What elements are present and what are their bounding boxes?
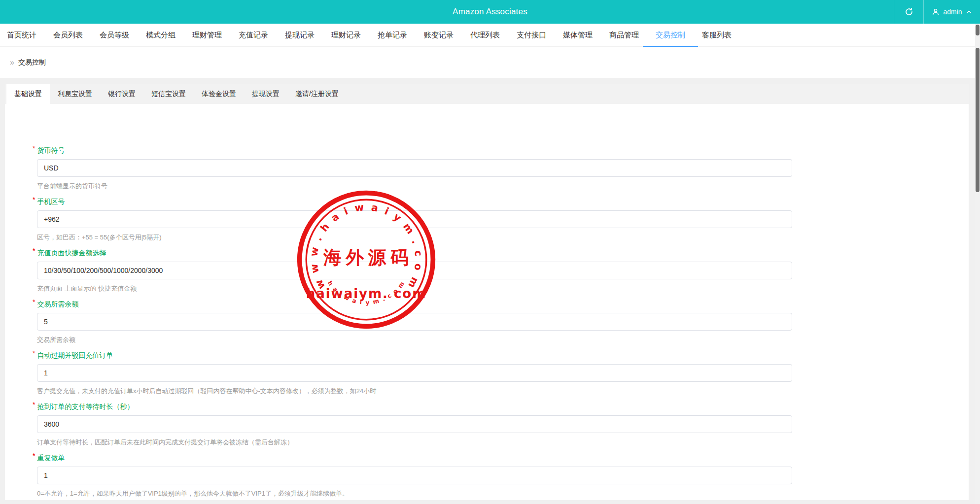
nav-item[interactable]: 代理列表 — [470, 24, 500, 47]
field-label: * 重复做单 — [33, 453, 969, 462]
nav-item[interactable]: 理财管理 — [192, 24, 222, 47]
refresh-button[interactable] — [894, 0, 923, 24]
field-hint: 充值页面 上面显示的 快捷充值金额 — [37, 284, 969, 293]
settings-tab[interactable]: 提现设置 — [244, 84, 287, 104]
required-asterisk: * — [33, 247, 35, 254]
settings-tab-label: 体验金设置 — [202, 90, 236, 99]
field-label-text: 交易所需余额 — [37, 300, 78, 308]
field-label: * 抢到订单的支付等待时长（秒） — [33, 402, 969, 411]
person-icon — [932, 8, 940, 16]
vertical-scrollbar[interactable] — [975, 24, 980, 504]
form-field: * 自动过期并驳回充值订单 客户提交充值，未支付的充值订单x小时后自动过期驳回（… — [33, 351, 969, 395]
nav-item-label: 提现记录 — [285, 31, 315, 40]
settings-tab-label: 银行设置 — [108, 90, 136, 99]
field-hint: 客户提交充值，未支付的充值订单x小时后自动过期驳回（驳回内容在帮助中心-文本内容… — [37, 387, 969, 395]
field-input[interactable] — [37, 313, 792, 331]
nav-item[interactable]: 充值记录 — [239, 24, 268, 47]
settings-tab[interactable]: 邀请/注册设置 — [287, 84, 347, 104]
nav-item[interactable]: 交易控制 — [656, 24, 685, 47]
chevron-up-icon — [966, 9, 972, 15]
refresh-icon — [905, 7, 913, 16]
field-label: * 充值页面快捷金额选择 — [33, 248, 969, 257]
settings-tab[interactable]: 基础设置 — [6, 84, 50, 104]
breadcrumb: » 交易控制 — [0, 47, 980, 78]
nav-item[interactable]: 支付接口 — [517, 24, 546, 47]
nav-item[interactable]: 账变记录 — [424, 24, 454, 47]
required-asterisk: * — [33, 196, 35, 203]
settings-form: * 货币符号 平台前端显示的货币符号 * 手机区号 区号，如巴西：+55 = 5… — [5, 104, 969, 500]
settings-tab-label: 利息宝设置 — [58, 90, 92, 99]
header-actions: admin — [894, 0, 980, 24]
settings-tab[interactable]: 短信宝设置 — [143, 84, 194, 104]
nav-item[interactable]: 商品管理 — [609, 24, 639, 47]
field-label: * 自动过期并驳回充值订单 — [33, 351, 969, 360]
field-label: * 货币符号 — [33, 146, 969, 155]
nav-item[interactable]: 提现记录 — [285, 24, 315, 47]
settings-card: 基础设置 利息宝设置 银行设置 短信宝设置 体验金设置 提现设置 邀请/注册设置 — [5, 84, 969, 500]
field-label: * 手机区号 — [33, 197, 969, 206]
field-hint: 订单支付等待时长，匹配订单后未在此时间内完成支付提交订单将会被冻结（需后台解冻） — [37, 438, 969, 446]
breadcrumb-chevrons-icon: » — [10, 58, 14, 67]
field-input[interactable] — [37, 415, 792, 433]
admin-label: admin — [943, 8, 962, 16]
settings-tab-label: 基础设置 — [14, 90, 42, 99]
nav-item-label: 模式分组 — [146, 31, 175, 40]
settings-tab[interactable]: 银行设置 — [100, 84, 143, 104]
nav-item-label: 媒体管理 — [563, 31, 593, 40]
form-field: * 抢到订单的支付等待时长（秒） 订单支付等待时长，匹配订单后未在此时间内完成支… — [33, 402, 969, 446]
admin-app: Amazon Associates admin — [0, 0, 980, 504]
nav-item-label: 客服列表 — [702, 31, 732, 40]
field-input[interactable] — [37, 159, 792, 177]
settings-tab[interactable]: 利息宝设置 — [50, 84, 100, 104]
nav-item[interactable]: 媒体管理 — [563, 24, 593, 47]
nav-item[interactable]: 模式分组 — [146, 24, 175, 47]
scrollbar-thumb[interactable] — [976, 25, 980, 35]
form-field: * 货币符号 平台前端显示的货币符号 — [33, 146, 969, 190]
field-hint: 交易所需余额 — [37, 336, 969, 344]
nav-item-label: 账变记录 — [424, 31, 454, 40]
admin-menu[interactable]: admin — [923, 0, 980, 24]
nav-item[interactable]: 首页统计 — [7, 24, 36, 47]
page-content: 基础设置 利息宝设置 银行设置 短信宝设置 体验金设置 提现设置 邀请/注册设置 — [0, 78, 980, 500]
nav-item-label: 支付接口 — [517, 31, 546, 40]
required-asterisk: * — [33, 350, 35, 357]
nav-active-underline — [643, 46, 698, 47]
form-field: * 重复做单 0=不允许，1=允许，如果昨天用户做了VIP1级别的单，那么他今天… — [33, 453, 969, 498]
app-header: Amazon Associates admin — [0, 0, 980, 24]
field-hint: 0=不允许，1=允许，如果昨天用户做了VIP1级别的单，那么他今天就做不了VIP… — [37, 489, 969, 498]
field-label-text: 自动过期并驳回充值订单 — [37, 351, 113, 360]
field-label-text: 手机区号 — [37, 197, 65, 206]
nav-item-label: 交易控制 — [656, 31, 685, 40]
field-input[interactable] — [37, 210, 792, 228]
nav-item[interactable]: 理财记录 — [331, 24, 361, 47]
settings-tab[interactable]: 体验金设置 — [194, 84, 244, 104]
nav-item-label: 商品管理 — [609, 31, 639, 40]
nav-item-label: 理财记录 — [331, 31, 361, 40]
field-hint: 平台前端显示的货币符号 — [37, 182, 969, 190]
settings-tabs: 基础设置 利息宝设置 银行设置 短信宝设置 体验金设置 提现设置 邀请/注册设置 — [5, 84, 969, 104]
field-input[interactable] — [37, 364, 792, 382]
nav-item-label: 充值记录 — [239, 31, 268, 40]
scrollbar-thumb[interactable] — [976, 48, 980, 192]
field-hint: 区号，如巴西：+55 = 55(多个区号用|5隔开) — [37, 233, 969, 241]
main-nav: 首页统计 会员列表 会员等级 模式分组 理财管理 充值记录 提现记录 理财记录 … — [0, 24, 980, 47]
form-field: * 手机区号 区号，如巴西：+55 = 55(多个区号用|5隔开) — [33, 197, 969, 241]
required-asterisk: * — [33, 452, 35, 459]
nav-item[interactable]: 会员列表 — [53, 24, 83, 47]
nav-item[interactable]: 会员等级 — [100, 24, 129, 47]
field-label-text: 充值页面快捷金额选择 — [37, 248, 106, 257]
field-label-text: 货币符号 — [37, 146, 65, 155]
field-input[interactable] — [37, 467, 792, 484]
nav-item-label: 抢单记录 — [378, 31, 407, 40]
field-label: * 交易所需余额 — [33, 300, 969, 308]
field-input[interactable] — [37, 262, 792, 279]
nav-item[interactable]: 抢单记录 — [378, 24, 407, 47]
nav-item[interactable]: 客服列表 — [702, 24, 732, 47]
settings-tab-label: 提现设置 — [252, 90, 280, 99]
form-field: * 交易所需余额 交易所需余额 — [33, 300, 969, 344]
required-asterisk: * — [33, 401, 35, 408]
required-asterisk: * — [33, 299, 35, 305]
required-asterisk: * — [33, 145, 35, 152]
nav-item-label: 理财管理 — [192, 31, 222, 40]
breadcrumb-label: 交易控制 — [18, 58, 46, 67]
